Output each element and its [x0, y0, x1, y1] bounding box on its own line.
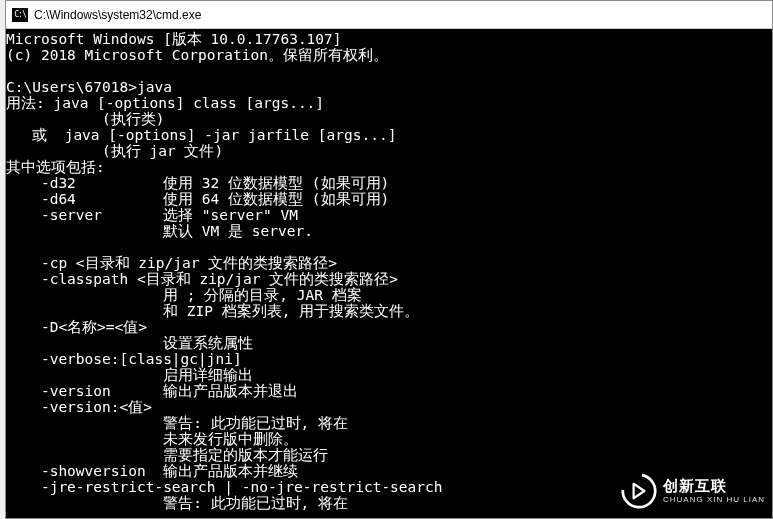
terminal-line: (c) 2018 Microsoft Corporation。保留所有权利。 [6, 47, 388, 63]
terminal-line: (执行类) [6, 111, 165, 127]
terminal-line: 用法: java [-options] class [args...] [6, 95, 324, 111]
terminal-line: 和 ZIP 档案列表, 用于搜索类文件。 [6, 303, 419, 319]
terminal-line: Microsoft Windows [版本 10.0.17763.107] [6, 31, 342, 47]
terminal-line: 需要指定的版本才能运行 [6, 447, 328, 463]
watermark-text-block: 创新互联 CHUANG XIN HU LIAN [663, 478, 765, 504]
window-title: C:\Windows\system32\cmd.exe [34, 8, 201, 22]
cmd-icon: C:\ [12, 8, 28, 22]
watermark-brand: 创新互联 [663, 478, 765, 493]
terminal-line: C:\Users\67018>java [6, 79, 172, 95]
terminal-line: -cp <目录和 zip/jar 文件的类搜索路径> [6, 255, 337, 271]
terminal-line: 启用详细输出 [6, 367, 253, 383]
terminal-line: 警告: 此功能已过时, 将在 [6, 495, 348, 511]
terminal-line: -version:<值> [6, 399, 152, 415]
terminal-line: 用 ; 分隔的目录, JAR 档案 [6, 287, 362, 303]
terminal-line: -showversion 输出产品版本并继续 [6, 463, 298, 479]
terminal-line: 未来发行版中删除。 [6, 431, 298, 447]
terminal-line: -D<名称>=<值> [6, 319, 147, 335]
watermark-sub: CHUANG XIN HU LIAN [663, 495, 765, 504]
terminal-line: 其中选项包括: [6, 159, 105, 175]
terminal-line: -d32 使用 32 位数据模型 (如果可用) [6, 175, 389, 191]
terminal-line: -classpath <目录和 zip/jar 文件的类搜索路径> [6, 271, 398, 287]
terminal-line: 或 java [-options] -jar jarfile [args...] [6, 127, 396, 143]
terminal-output[interactable]: Microsoft Windows [版本 10.0.17763.107] (c… [6, 29, 772, 518]
titlebar[interactable]: C:\ C:\Windows\system32\cmd.exe [6, 1, 772, 29]
terminal-line: -server 选择 "server" VM [6, 207, 298, 223]
terminal-line: (执行 jar 文件) [6, 143, 223, 159]
terminal-line: -d64 使用 64 位数据模型 (如果可用) [6, 191, 389, 207]
terminal-line: 默认 VM 是 server. [6, 223, 313, 239]
terminal-line: -jre-restrict-search | -no-jre-restrict-… [6, 479, 443, 495]
cmd-window: C:\ C:\Windows\system32\cmd.exe Microsof… [5, 0, 773, 519]
svg-point-0 [621, 473, 657, 509]
terminal-line: -version 输出产品版本并退出 [6, 383, 298, 399]
watermark: 创新互联 CHUANG XIN HU LIAN [621, 473, 765, 509]
terminal-line: 设置系统属性 [6, 335, 253, 351]
watermark-logo-icon [621, 473, 657, 509]
terminal-line: -verbose:[class|gc|jni] [6, 351, 242, 367]
terminal-line: 警告: 此功能已过时, 将在 [6, 415, 348, 431]
